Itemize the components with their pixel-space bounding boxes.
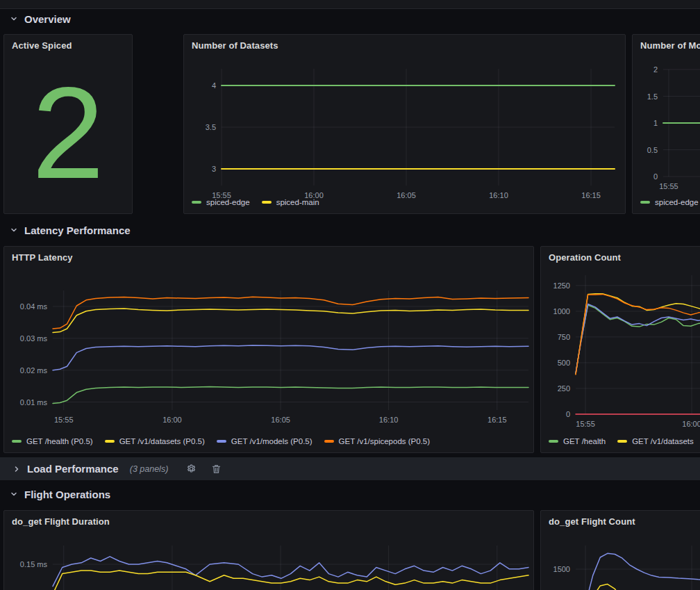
panels-count-label: (3 panels) (130, 464, 169, 474)
legend-label: GET /v1/datasets (P0.5) (119, 437, 205, 445)
svg-text:16:05: 16:05 (397, 191, 416, 199)
legend-label: spiced-edge (206, 198, 250, 206)
svg-text:250: 250 (558, 384, 570, 393)
panel-title[interactable]: HTTP Latency (12, 252, 73, 263)
panel-title[interactable]: Active Spiced (12, 40, 72, 51)
operation-count-chart[interactable]: 15:5516:0016:0516:1016:15025050075010001… (541, 247, 700, 453)
panel-do-get-flight-count: do_get Flight Count 15:5516:0016:0516:10… (540, 510, 700, 590)
svg-text:1000: 1000 (553, 307, 570, 316)
models-chart[interactable]: 15:5516:0016:0516:1016:1500.511.52 (633, 35, 700, 214)
legend-item[interactable]: spiced-edge (640, 198, 699, 206)
section-title: Latency Performance (24, 224, 131, 236)
svg-text:750: 750 (558, 333, 570, 341)
svg-text:1: 1 (653, 119, 658, 127)
legend-swatch (217, 440, 226, 443)
section-title: Load Performance (27, 463, 119, 475)
svg-text:1.5: 1.5 (647, 92, 658, 101)
svg-text:0: 0 (653, 172, 658, 181)
svg-text:15:55: 15:55 (659, 182, 678, 190)
svg-text:16:10: 16:10 (379, 416, 399, 424)
svg-text:0.04 ms: 0.04 ms (20, 302, 48, 311)
trash-icon[interactable] (212, 464, 221, 474)
panel-do-get-flight-duration: do_get Flight Duration 15:5516:0016:0516… (3, 510, 534, 590)
legend-item[interactable]: GET /health (P0.5) (12, 437, 93, 445)
svg-text:0.02 ms: 0.02 ms (20, 366, 48, 375)
svg-text:16:00: 16:00 (162, 416, 182, 424)
svg-text:3.5: 3.5 (206, 123, 216, 131)
section-row-load-performance[interactable]: Load Performance (3 panels) (0, 457, 700, 480)
svg-text:16:15: 16:15 (488, 416, 507, 424)
legend-label: spiced-edge (655, 198, 699, 206)
legend-swatch (549, 440, 558, 443)
legend-label: GET /v1/models (P0.5) (231, 437, 312, 445)
legend-item[interactable]: GET /v1/models (P0.5) (217, 437, 312, 445)
svg-text:0.01 ms: 0.01 ms (20, 398, 48, 407)
chevron-down-icon (10, 226, 18, 234)
panel-number-of-datasets: Number of Datasets 15:5516:0016:0516:101… (183, 34, 626, 214)
legend-swatch (105, 440, 115, 443)
section-header-overview[interactable]: Overview (10, 11, 71, 26)
chart-legend: spiced-edge (640, 198, 699, 206)
section-header-latency-performance[interactable]: Latency Performance (10, 222, 131, 238)
chart-legend: GET /healthGET /v1/datasetsGET /v1/model… (549, 437, 700, 445)
legend-swatch (617, 440, 627, 443)
panel-http-latency: HTTP Latency 15:5516:0016:0516:1016:150.… (3, 246, 534, 453)
section-header-flight-operations[interactable]: Flight Operations (10, 486, 110, 502)
svg-text:0.03 ms: 0.03 ms (20, 334, 48, 343)
legend-swatch (640, 201, 650, 204)
svg-text:15:55: 15:55 (576, 420, 595, 428)
stat-value: 2 (4, 51, 132, 213)
chart-legend: spiced-edgespiced-main (192, 198, 319, 206)
datasets-chart[interactable]: 15:5516:0016:0516:1016:1533.54 (184, 35, 626, 214)
legend-label: spiced-main (276, 198, 319, 206)
legend-item[interactable]: GET /v1/spicepods (P0.5) (324, 437, 430, 445)
legend-item[interactable]: GET /v1/datasets (P0.5) (105, 437, 205, 445)
svg-text:2: 2 (653, 65, 658, 74)
legend-item[interactable]: GET /v1/datasets (617, 437, 694, 445)
svg-text:0.15 ms: 0.15 ms (20, 560, 48, 568)
legend-swatch (192, 201, 201, 204)
svg-text:0: 0 (566, 410, 570, 418)
svg-text:4: 4 (212, 81, 216, 90)
legend-label: GET /v1/spicepods (P0.5) (339, 437, 430, 445)
panel-title[interactable]: Operation Count (549, 252, 621, 263)
svg-text:3: 3 (212, 165, 216, 173)
chart-legend: GET /health (P0.5)GET /v1/datasets (P0.5… (12, 437, 430, 445)
legend-item[interactable]: spiced-main (262, 198, 319, 206)
chevron-down-icon (10, 490, 18, 498)
http-latency-chart[interactable]: 15:5516:0016:0516:1016:150.01 ms0.02 ms0… (4, 247, 534, 453)
svg-text:500: 500 (558, 359, 570, 367)
legend-item[interactable]: spiced-edge (192, 198, 250, 206)
chevron-down-icon (10, 15, 18, 23)
gear-icon[interactable] (186, 464, 197, 474)
svg-text:16:05: 16:05 (271, 416, 290, 424)
svg-text:15:55: 15:55 (54, 416, 74, 424)
chevron-right-icon (12, 465, 21, 473)
legend-swatch (12, 440, 22, 443)
svg-text:1250: 1250 (553, 281, 570, 290)
svg-text:16:10: 16:10 (489, 191, 508, 199)
panel-title[interactable]: Number of Datasets (192, 40, 278, 51)
panel-number-of-models: Number of Models 15:5516:0016:0516:1016:… (632, 34, 700, 214)
legend-swatch (324, 440, 334, 443)
svg-text:1500: 1500 (553, 565, 570, 573)
panel-title[interactable]: do_get Flight Duration (12, 516, 110, 527)
legend-swatch (262, 201, 272, 204)
legend-label: GET /health (563, 437, 606, 445)
legend-label: GET /health (P0.5) (26, 437, 93, 445)
panel-operation-count: Operation Count 15:5516:0016:0516:1016:1… (540, 246, 700, 453)
svg-text:16:15: 16:15 (581, 191, 601, 199)
legend-item[interactable]: GET /health (549, 437, 606, 445)
panel-active-spiced: Active Spiced 2 (3, 34, 133, 214)
top-navbar-strip (0, 0, 700, 9)
panel-title[interactable]: do_get Flight Count (549, 516, 635, 527)
legend-label: GET /v1/datasets (632, 437, 694, 445)
panel-title[interactable]: Number of Models (640, 40, 700, 51)
svg-text:16:00: 16:00 (682, 420, 700, 428)
svg-text:0.5: 0.5 (647, 146, 658, 154)
section-title: Overview (24, 13, 71, 25)
section-title: Flight Operations (24, 489, 110, 500)
